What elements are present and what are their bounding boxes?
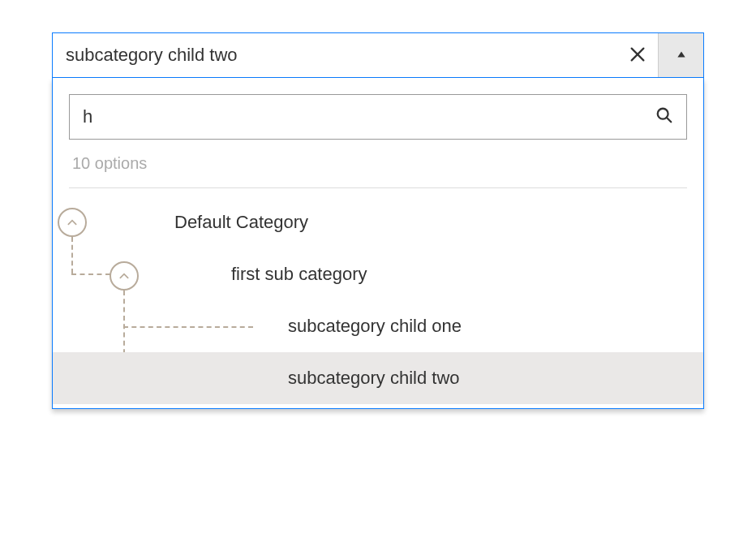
tree-item-default-category[interactable]: Default Category bbox=[53, 196, 703, 248]
dropdown-toggle-button[interactable] bbox=[658, 33, 703, 77]
dropdown-selected-value[interactable]: subcategory child two bbox=[53, 33, 617, 77]
close-icon bbox=[629, 45, 646, 66]
collapse-toggle[interactable] bbox=[58, 208, 87, 237]
category-tree: Default Category first sub category subc… bbox=[53, 196, 703, 404]
dropdown-header: subcategory child two bbox=[52, 32, 704, 78]
tree-item-label: subcategory child two bbox=[288, 368, 460, 389]
options-count-label: 10 options bbox=[72, 154, 684, 173]
collapse-toggle[interactable] bbox=[110, 261, 139, 291]
dropdown-panel: 10 options Default Category first sub ca… bbox=[52, 78, 704, 409]
tree-item-label: subcategory child one bbox=[288, 316, 462, 337]
category-dropdown: subcategory child two 10 options bbox=[52, 32, 704, 78]
tree-item-subcategory-child-one[interactable]: subcategory child one bbox=[53, 300, 703, 352]
panel-divider bbox=[69, 187, 687, 188]
search-box bbox=[69, 94, 687, 140]
tree-item-subcategory-child-two[interactable]: subcategory child two bbox=[53, 352, 703, 404]
svg-line-4 bbox=[667, 118, 672, 123]
tree-item-label: Default Category bbox=[174, 212, 308, 233]
search-input[interactable] bbox=[83, 106, 655, 127]
caret-up-icon bbox=[676, 49, 687, 62]
search-icon bbox=[655, 106, 673, 127]
tree-item-first-sub-category[interactable]: first sub category bbox=[53, 248, 703, 300]
tree-item-label: first sub category bbox=[231, 264, 367, 285]
svg-marker-2 bbox=[677, 51, 685, 57]
clear-button[interactable] bbox=[617, 33, 658, 77]
